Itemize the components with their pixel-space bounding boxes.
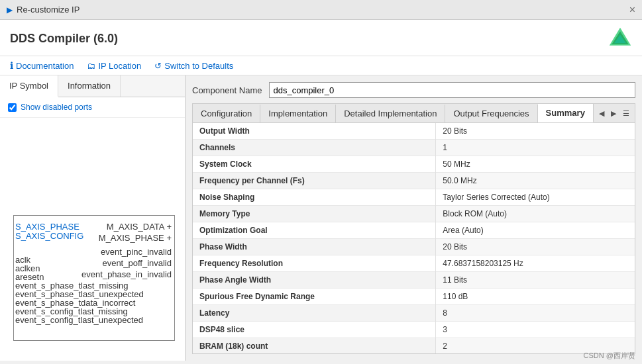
- summary-key: Spurious Free Dynamic Range: [193, 289, 436, 305]
- summary-value: 50.0 MHz: [436, 173, 635, 189]
- right-panel: Component Name Configuration Implementat…: [186, 75, 642, 361]
- table-row: Latency8: [193, 305, 635, 322]
- tab-nav-right[interactable]: ▶: [608, 108, 619, 119]
- summary-key: Frequency Resolution: [193, 255, 436, 272]
- toolbar: ℹ Documentation 🗂 IP Location ↺ Switch t…: [0, 56, 642, 75]
- summary-key: Channels: [193, 140, 436, 156]
- tab-summary[interactable]: Summary: [538, 104, 594, 122]
- summary-key: Memory Type: [193, 206, 436, 222]
- main-header: DDS Compiler (6.0): [0, 20, 642, 56]
- tab-nav-left[interactable]: ◀: [596, 108, 607, 119]
- show-disabled-ports-row[interactable]: Show disabled ports: [0, 97, 185, 118]
- table-row: Channels1: [193, 140, 635, 156]
- summary-value: 1: [436, 140, 635, 156]
- summary-value: Area (Auto): [436, 222, 635, 239]
- tab-output-frequencies[interactable]: Output Frequencies: [445, 105, 537, 122]
- summary-value: 11 Bits: [436, 272, 635, 289]
- summary-value: 20 Bits: [436, 239, 635, 255]
- summary-key: BRAM (18k) count: [193, 338, 436, 355]
- port-m-axis-data: M_AXIS_DATA +: [81, 221, 172, 232]
- ip-location-link[interactable]: 🗂 IP Location: [87, 61, 141, 71]
- app-logo: [608, 26, 632, 50]
- left-tabs: IP Symbol Information: [0, 75, 185, 97]
- tab-detailed-implementation[interactable]: Detailed Implementation: [336, 105, 445, 122]
- table-row: BRAM (18k) count2: [193, 338, 635, 355]
- table-row: Phase Width20 Bits: [193, 239, 635, 255]
- window-title: Re-customize IP: [17, 5, 80, 15]
- table-row: Output Width20 Bits: [193, 123, 635, 140]
- table-row: DSP48 slice3: [193, 322, 635, 338]
- title-icon: ▶: [7, 5, 13, 15]
- summary-value: 110 dB: [436, 289, 635, 305]
- port-s-axis-config-label: S_AXIS_CONFIG: [15, 232, 83, 241]
- table-row: Spurious Free Dynamic Range110 dB: [193, 289, 635, 305]
- symbol-diagram: M_AXIS_DATA + M_AXIS_PHASE + event_pinc_…: [13, 215, 175, 341]
- tab-menu-btn[interactable]: ☰: [620, 108, 632, 119]
- table-row: Noise ShapingTaylor Series Corrected (Au…: [193, 189, 635, 206]
- table-row: Optimization GoalArea (Auto): [193, 222, 635, 239]
- summary-key: System Clock: [193, 156, 436, 173]
- app-title: DDS Compiler (6.0): [10, 32, 118, 46]
- port-s-axis-phase-label: S_AXIS_PHASE: [15, 222, 83, 232]
- summary-key: Frequency per Channel (Fs): [193, 173, 436, 189]
- summary-key: Phase Width: [193, 239, 436, 255]
- show-disabled-label[interactable]: Show disabled ports: [21, 103, 92, 112]
- tab-implementation[interactable]: Implementation: [260, 105, 336, 122]
- summary-value: 50 MHz: [436, 156, 635, 173]
- switch-defaults-link[interactable]: ↺ Switch to Defaults: [154, 61, 233, 71]
- summary-key: Output Width: [193, 123, 436, 140]
- summary-key: Latency: [193, 305, 436, 322]
- table-row: Phase Angle Width11 Bits: [193, 272, 635, 289]
- summary-table-container: Output Width20 BitsChannels1System Clock…: [192, 122, 635, 354]
- summary-value: 8: [436, 305, 635, 322]
- summary-value: Block ROM (Auto): [436, 206, 635, 222]
- port-m-axis-phase: M_AXIS_PHASE +: [81, 232, 172, 244]
- summary-key: Noise Shaping: [193, 189, 436, 206]
- summary-value: 47.6837158203125 Hz: [436, 255, 635, 272]
- info-icon: ℹ: [10, 60, 13, 71]
- tab-ip-symbol[interactable]: IP Symbol: [0, 75, 58, 97]
- title-bar: ▶ Re-customize IP ×: [0, 0, 642, 20]
- config-tabs-bar: Configuration Implementation Detailed Im…: [192, 103, 635, 122]
- table-row: System Clock50 MHz: [193, 156, 635, 173]
- show-disabled-checkbox[interactable]: [8, 103, 17, 112]
- tab-configuration[interactable]: Configuration: [193, 105, 260, 122]
- refresh-icon: ↺: [154, 61, 162, 71]
- content-area: IP Symbol Information Show disabled port…: [0, 75, 642, 361]
- tab-nav-buttons: ◀ ▶ ☰: [594, 108, 635, 119]
- summary-key: DSP48 slice: [193, 322, 436, 338]
- documentation-label: Documentation: [16, 61, 74, 71]
- tab-information[interactable]: Information: [58, 75, 121, 97]
- documentation-link[interactable]: ℹ Documentation: [10, 60, 74, 71]
- summary-value: Taylor Series Corrected (Auto): [436, 189, 635, 206]
- watermark: CSDN @西岸贤: [584, 351, 635, 361]
- switch-defaults-label: Switch to Defaults: [164, 61, 233, 71]
- component-name-row: Component Name: [192, 82, 635, 98]
- ip-location-label: IP Location: [98, 61, 141, 71]
- summary-table: Output Width20 BitsChannels1System Clock…: [193, 123, 635, 354]
- summary-key: Optimization Goal: [193, 222, 436, 239]
- close-button[interactable]: ×: [629, 4, 635, 16]
- table-row: Memory TypeBlock ROM (Auto): [193, 206, 635, 222]
- left-panel: IP Symbol Information Show disabled port…: [0, 75, 186, 361]
- component-name-label: Component Name: [192, 85, 262, 95]
- port-s-config-tlast-unexpected: event_s_config_tlast_unexpected: [15, 316, 144, 324]
- table-row: Frequency per Channel (Fs)50.0 MHz: [193, 173, 635, 189]
- summary-value: 20 Bits: [436, 123, 635, 140]
- summary-key: Phase Angle Width: [193, 272, 436, 289]
- component-name-input[interactable]: [269, 82, 636, 98]
- summary-value: 3: [436, 322, 635, 338]
- table-row: Frequency Resolution47.6837158203125 Hz: [193, 255, 635, 272]
- symbol-canvas: M_AXIS_DATA + M_AXIS_PHASE + event_pinc_…: [0, 118, 185, 361]
- folder-icon: 🗂: [87, 61, 95, 71]
